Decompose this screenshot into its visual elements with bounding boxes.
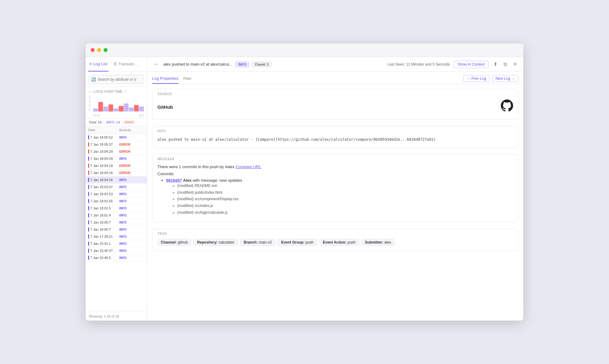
- last-seen: Last Seen: 11 Minutes and 5 Seconds: [387, 62, 450, 67]
- log-date: 7 Jan 18:03:47: [90, 185, 118, 189]
- tab-transactions-label: Transact...: [118, 62, 137, 66]
- severity-indicator: [88, 256, 89, 260]
- detail-panel: ← alex pushed to main-v2 at alex/calcul.…: [147, 57, 523, 321]
- severity-indicator: [88, 178, 89, 182]
- list-item[interactable]: 7 Jan 18:01:5 INFO: [86, 205, 147, 212]
- log-severity: ERROR: [119, 150, 130, 153]
- severity-indicator: [88, 156, 89, 161]
- list-item[interactable]: 7 Jan 18:03:47 INFO: [86, 184, 147, 191]
- tag-event-action[interactable]: Event Action: push: [320, 239, 359, 246]
- log-severity: INFO: [119, 207, 127, 210]
- log-severity: ERROR: [119, 143, 130, 146]
- showing-label: Showing: 1-18 of 18: [89, 314, 119, 318]
- logs-over-time-header: — LOGS OVER TIME ⓘ: [89, 89, 144, 94]
- log-severity: ERROR: [119, 171, 130, 175]
- tag-branch[interactable]: Branch: main-v2: [240, 239, 275, 246]
- close-button[interactable]: ✕: [512, 60, 518, 68]
- detail-tabs: Log Properties Raw ← Prev Log Next Log →: [147, 72, 523, 84]
- list-item[interactable]: 7 Jan 18:04:16 INFO: [86, 176, 147, 184]
- info-text: alex pushed to main-v2 at alex/calculato…: [157, 137, 436, 142]
- list-item[interactable]: 7 Jan 17:39:21 INFO: [86, 233, 147, 240]
- tab-log-properties[interactable]: Log Properties: [152, 76, 178, 84]
- sidebar-footer: Showing: 1-18 of 18: [86, 312, 147, 321]
- detail-header: ← alex pushed to main-v2 at alex/calcul.…: [147, 57, 523, 72]
- list-item[interactable]: 7 Jan 18:02:53 INFO: [86, 191, 147, 198]
- list-item[interactable]: 7 Jan 18:04:18 ERROR: [86, 162, 147, 169]
- tag-submitter[interactable]: Submitter: alex: [362, 239, 394, 246]
- list-item[interactable]: 7 Jan 18:00:7 INFO: [86, 219, 147, 226]
- log-severity: INFO: [119, 221, 127, 224]
- tab-raw[interactable]: Raw: [183, 76, 191, 84]
- list-item[interactable]: 7 Jan 15:40:5 INFO: [86, 254, 147, 261]
- tab-actions: ← Prev Log Next Log →: [463, 75, 518, 84]
- next-log-button[interactable]: Next Log →: [492, 75, 518, 82]
- back-button[interactable]: ←: [152, 60, 160, 69]
- list-item[interactable]: 7 Jan 18:01:4 INFO: [86, 212, 147, 219]
- severity-indicator: [88, 213, 89, 217]
- commit-hash[interactable]: 6616d07: [166, 178, 182, 183]
- search-input[interactable]: [89, 75, 144, 84]
- chart-bar: [124, 103, 129, 111]
- source-section: SOURCE GitHub: [152, 89, 518, 120]
- commit-file: (modified) src/logic/calculate.js: [177, 209, 513, 216]
- log-date: 7 Jan 18:01:4: [90, 213, 118, 217]
- list-item[interactable]: 7 Jan 18:04:29 ERROR: [86, 148, 147, 155]
- log-severity: INFO: [119, 136, 127, 139]
- chart-bar: [119, 106, 124, 111]
- traffic-yellow[interactable]: [97, 48, 101, 52]
- log-severity: INFO: [119, 228, 127, 231]
- col-header-date[interactable]: Date: [88, 128, 119, 132]
- log-date: 7 Jan 15:40:5: [90, 256, 118, 260]
- commit-author: Alex: [183, 178, 191, 183]
- log-date: 7 Jan 18:04:29: [90, 150, 118, 153]
- search-wrap: 🔄: [89, 75, 144, 84]
- severity-indicator: [88, 192, 89, 196]
- tab-log-list[interactable]: ≡ Log List: [88, 57, 108, 71]
- list-item[interactable]: 7 Jan 18:04:29 INFO: [86, 155, 147, 162]
- log-date: 7 Jan 18:00:7: [90, 228, 118, 231]
- log-date: 7 Jan 18:04:16: [90, 171, 118, 175]
- list-item[interactable]: 7 Jan 18:01:56 INFO: [86, 198, 147, 205]
- chart-bar: [93, 108, 98, 111]
- tag-event-group[interactable]: Event Group: push: [278, 239, 317, 246]
- severity-indicator: [88, 234, 89, 239]
- log-severity: INFO: [119, 192, 127, 196]
- list-item[interactable]: 7 Jan 15:41:1 INFO: [86, 240, 147, 247]
- list-item[interactable]: 7 Jan 15:40:37 INFO: [86, 247, 147, 254]
- log-date: 7 Jan 18:00:7: [90, 220, 118, 224]
- severity-indicator: [88, 142, 89, 147]
- list-item[interactable]: 7 Jan 18:05:52 INFO: [86, 134, 147, 141]
- log-severity: ERROR: [119, 164, 130, 168]
- list-item[interactable]: 7 Jan 18:04:16 ERROR: [86, 169, 147, 176]
- tag-repository[interactable]: Repository: calculator: [194, 239, 238, 246]
- compare-url-link[interactable]: Compare URL: [236, 164, 261, 169]
- traffic-green[interactable]: [104, 48, 108, 52]
- app-window: ≡ Log List ⊟ Transact... 🔄 — L: [86, 43, 523, 321]
- sidebar: ≡ Log List ⊟ Transact... 🔄 — L: [86, 57, 147, 321]
- severity-indicator: [88, 249, 89, 253]
- severity-indicator: [88, 135, 89, 140]
- log-date: 7 Jan 18:05:37: [90, 143, 118, 146]
- list-item[interactable]: 7 Jan 18:00:7 INFO: [86, 226, 147, 233]
- chart-y-labels: 6 4 2 0: [89, 95, 91, 111]
- log-severity: INFO: [119, 185, 127, 189]
- commit-list: 6616d07 Alex with message: new updates (…: [164, 178, 513, 216]
- commit-file: (modified) README.md: [177, 183, 513, 189]
- severity-indicator: [88, 149, 89, 154]
- tab-transactions[interactable]: ⊟ Transact...: [112, 57, 138, 71]
- prev-log-button[interactable]: ← Prev Log: [463, 75, 489, 82]
- upload-button[interactable]: ⬆: [492, 60, 499, 68]
- severity-indicator: [88, 199, 89, 203]
- show-context-button[interactable]: Show in Context: [454, 61, 488, 68]
- log-severity: INFO: [119, 235, 127, 238]
- col-header-severity[interactable]: Severity: [119, 128, 145, 132]
- stats-error: ERRO: [125, 120, 134, 124]
- chart-bar: [98, 102, 103, 111]
- tag-channel[interactable]: Channel: github: [157, 239, 191, 246]
- chart-bar: [113, 108, 118, 111]
- log-date: 7 Jan 18:05:52: [90, 135, 118, 139]
- list-item[interactable]: 7 Jan 18:05:37 ERROR: [86, 141, 147, 148]
- traffic-red[interactable]: [91, 48, 95, 52]
- info-icon: ⓘ: [124, 89, 127, 94]
- copy-button[interactable]: ⧉: [502, 60, 508, 68]
